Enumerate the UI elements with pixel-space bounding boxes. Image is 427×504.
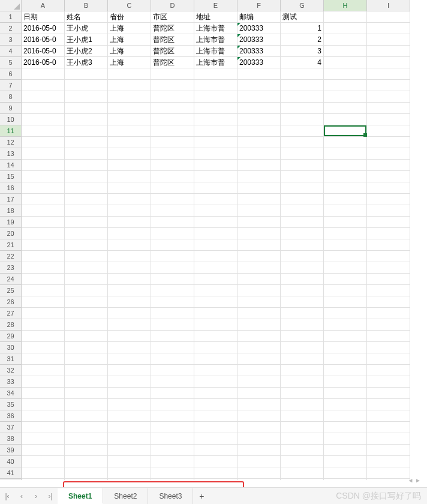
cell-I27[interactable] <box>367 308 410 319</box>
cell-E7[interactable] <box>194 80 237 91</box>
cell-H9[interactable] <box>324 103 367 114</box>
select-all-corner[interactable] <box>0 0 22 11</box>
cell-G33[interactable] <box>281 376 324 388</box>
cell-H23[interactable] <box>324 262 367 274</box>
row-header-4[interactable]: 4 <box>0 46 22 57</box>
cell-F26[interactable] <box>237 296 281 308</box>
cell-I3[interactable] <box>367 34 410 46</box>
row-header-2[interactable]: 2 <box>0 23 22 34</box>
row-header-32[interactable]: 32 <box>0 365 22 376</box>
cell-H15[interactable] <box>324 171 367 182</box>
cell-A28[interactable] <box>22 319 65 331</box>
cell-H7[interactable] <box>324 80 367 91</box>
cell-E32[interactable] <box>194 365 237 376</box>
cell-F31[interactable] <box>237 353 281 365</box>
cell-E39[interactable] <box>194 445 237 456</box>
cell-I41[interactable] <box>367 467 410 479</box>
cell-G42[interactable] <box>281 479 324 480</box>
cell-D5[interactable]: 普陀区 <box>151 57 194 68</box>
cell-F30[interactable] <box>237 342 281 353</box>
cell-H33[interactable] <box>324 376 367 388</box>
cell-B4[interactable]: 王小虎2 <box>65 46 108 57</box>
cell-I28[interactable] <box>367 319 410 331</box>
cell-H16[interactable] <box>324 182 367 194</box>
cell-F4[interactable]: 200333 <box>237 46 281 57</box>
row-header-14[interactable]: 14 <box>0 160 22 171</box>
cell-C24[interactable] <box>108 274 151 285</box>
cell-F27[interactable] <box>237 308 281 319</box>
cell-C42[interactable] <box>108 479 151 480</box>
cell-I18[interactable] <box>367 205 410 217</box>
cell-E3[interactable]: 上海市普 <box>194 34 237 46</box>
cell-H25[interactable] <box>324 285 367 296</box>
cell-F3[interactable]: 200333 <box>237 34 281 46</box>
cell-A17[interactable] <box>22 194 65 205</box>
cell-H12[interactable] <box>324 137 367 148</box>
cell-C1[interactable]: 省份 <box>108 11 151 23</box>
row-header-18[interactable]: 18 <box>0 205 22 217</box>
cell-C13[interactable] <box>108 148 151 160</box>
cell-D18[interactable] <box>151 205 194 217</box>
cell-I38[interactable] <box>367 433 410 445</box>
cell-H24[interactable] <box>324 274 367 285</box>
cell-H5[interactable] <box>324 57 367 68</box>
cell-B8[interactable] <box>65 91 108 103</box>
cell-A15[interactable] <box>22 171 65 182</box>
row-header-3[interactable]: 3 <box>0 34 22 46</box>
cell-E36[interactable] <box>194 410 237 422</box>
cell-C11[interactable] <box>108 125 151 137</box>
cell-C22[interactable] <box>108 251 151 262</box>
cell-D19[interactable] <box>151 217 194 228</box>
cell-I26[interactable] <box>367 296 410 308</box>
cell-B25[interactable] <box>65 285 108 296</box>
cell-C39[interactable] <box>108 445 151 456</box>
cell-A13[interactable] <box>22 148 65 160</box>
cell-H11[interactable] <box>324 125 367 137</box>
cell-E6[interactable] <box>194 68 237 80</box>
col-header-D[interactable]: D <box>151 0 194 11</box>
cell-G23[interactable] <box>281 262 324 274</box>
cell-F11[interactable] <box>237 125 281 137</box>
cell-C25[interactable] <box>108 285 151 296</box>
cell-D28[interactable] <box>151 319 194 331</box>
cell-F20[interactable] <box>237 228 281 239</box>
cell-D39[interactable] <box>151 445 194 456</box>
cell-E4[interactable]: 上海市普 <box>194 46 237 57</box>
cell-A21[interactable] <box>22 239 65 251</box>
cell-E1[interactable]: 地址 <box>194 11 237 23</box>
cell-G24[interactable] <box>281 274 324 285</box>
cell-I12[interactable] <box>367 137 410 148</box>
row-header-11[interactable]: 11 <box>0 125 22 137</box>
cell-H2[interactable] <box>324 23 367 34</box>
cell-F39[interactable] <box>237 445 281 456</box>
cell-B18[interactable] <box>65 205 108 217</box>
col-header-I[interactable]: I <box>367 0 410 11</box>
cell-H29[interactable] <box>324 331 367 342</box>
cell-A29[interactable] <box>22 331 65 342</box>
cell-C26[interactable] <box>108 296 151 308</box>
cell-D4[interactable]: 普陀区 <box>151 46 194 57</box>
cell-E22[interactable] <box>194 251 237 262</box>
cell-E10[interactable] <box>194 114 237 125</box>
cell-G2[interactable]: 1 <box>281 23 324 34</box>
cell-D33[interactable] <box>151 376 194 388</box>
cell-I2[interactable] <box>367 23 410 34</box>
cell-E19[interactable] <box>194 217 237 228</box>
cell-G29[interactable] <box>281 331 324 342</box>
col-header-C[interactable]: C <box>108 0 151 11</box>
cell-B32[interactable] <box>65 365 108 376</box>
cell-I42[interactable] <box>367 479 410 480</box>
cell-C31[interactable] <box>108 353 151 365</box>
cell-D24[interactable] <box>151 274 194 285</box>
cell-E42[interactable] <box>194 479 237 480</box>
cell-I16[interactable] <box>367 182 410 194</box>
row-header-42[interactable]: 42 <box>0 479 22 480</box>
row-header-7[interactable]: 7 <box>0 80 22 91</box>
sheet-tab-sheet3[interactable]: Sheet3 <box>148 488 193 504</box>
cell-H1[interactable] <box>324 11 367 23</box>
cell-C35[interactable] <box>108 399 151 410</box>
cell-F22[interactable] <box>237 251 281 262</box>
cell-F29[interactable] <box>237 331 281 342</box>
cell-B39[interactable] <box>65 445 108 456</box>
row-header-5[interactable]: 5 <box>0 57 22 68</box>
